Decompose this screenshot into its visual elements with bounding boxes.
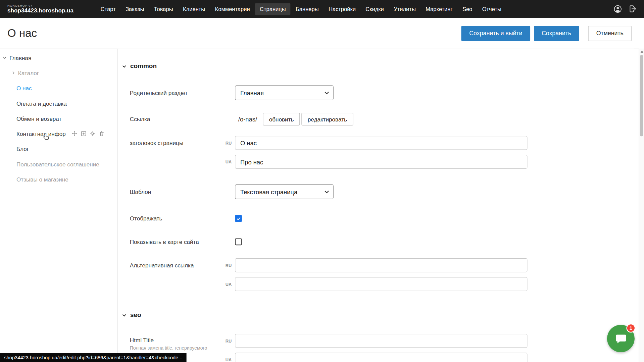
chat-unread-badge: 1	[626, 323, 635, 332]
scroll-up-arrow[interactable]	[640, 51, 644, 53]
link-status-bar: shop34423.horoshop.ua/edit/edit.php?id=6…	[0, 353, 187, 362]
alt-link-ua-input[interactable]	[235, 277, 527, 291]
cancel-button[interactable]: Отменить	[588, 25, 632, 41]
row-page-title-ru: заголовок страницы RU	[118, 136, 634, 150]
nav-item-marketing[interactable]: Маркетинг	[421, 3, 457, 15]
sidebar-item-payment-delivery[interactable]: Оплата и доставка	[0, 96, 117, 111]
save-button[interactable]: Сохранить	[534, 25, 579, 41]
edit-link-button[interactable]: редактировать	[301, 113, 353, 125]
lang-tag-ua: UA	[217, 159, 232, 164]
field-label: Родительский раздел	[130, 90, 187, 96]
nav-item-reports[interactable]: Отчеты	[478, 3, 506, 15]
row-display: Отображать	[118, 211, 634, 225]
save-and-exit-button[interactable]: Сохранить и выйти	[461, 25, 530, 41]
select-value: Текстовая страница	[240, 188, 297, 195]
header-buttons: Сохранить и выйти Сохранить Отменить	[461, 25, 632, 41]
sidebar-item-blog[interactable]: Блог	[0, 141, 117, 156]
checkmark-icon	[236, 216, 241, 221]
nav-item-orders[interactable]: Заказы	[121, 3, 149, 15]
nav-item-banners[interactable]: Баннеры	[291, 3, 323, 15]
sidebar-item-contact-info[interactable]: Контактная инфор	[0, 126, 117, 141]
field-label: Ссылка	[130, 116, 150, 122]
row-page-title-ua: UA	[118, 155, 634, 169]
nav-item-pages[interactable]: Страницы	[255, 3, 291, 15]
chevron-down-icon	[325, 190, 329, 193]
section-seo-toggle[interactable]: seo	[121, 311, 141, 319]
row-template: Шаблон Текстовая страница	[118, 185, 634, 199]
html-title-ru-input[interactable]	[235, 334, 527, 348]
lang-tag-ru: RU	[217, 338, 232, 343]
sidebar-item-about[interactable]: О нас	[0, 81, 117, 96]
page-title-ru-input[interactable]	[235, 136, 527, 150]
field-label: заголовок страницы	[130, 140, 183, 146]
chat-widget-button[interactable]: 1	[607, 325, 635, 352]
section-title: common	[130, 62, 157, 70]
move-icon[interactable]	[71, 131, 78, 137]
topbar-icons	[613, 4, 637, 13]
add-subpage-icon[interactable]	[81, 131, 87, 137]
nav-item-start[interactable]: Старт	[96, 3, 120, 15]
settings-gear-icon[interactable]	[90, 131, 96, 137]
field-label: Показывать в карте сайта	[130, 239, 199, 245]
sidebar-item-home[interactable]: Главная	[0, 50, 117, 65]
nav-item-seo[interactable]: Seo	[458, 3, 477, 15]
chevron-down-icon[interactable]	[2, 55, 7, 60]
account-icon[interactable]	[613, 4, 622, 13]
delete-trash-icon[interactable]	[99, 131, 105, 137]
nav-item-clients[interactable]: Клиенты	[178, 3, 209, 15]
vertical-scrollbar[interactable]	[639, 48, 644, 362]
link-path: /o-nas/	[238, 116, 257, 123]
row-link: Ссылка /o-nas/ обновить редактировать	[118, 112, 634, 126]
page-title: О нас	[7, 27, 37, 40]
chevron-right-icon[interactable]	[11, 71, 16, 75]
sidebar-item-exchange-return[interactable]: Обмен и возврат	[0, 111, 117, 126]
row-alt-link-ru: Альтернативная ссылка RU	[118, 258, 634, 272]
lang-tag-ua: UA	[217, 282, 232, 287]
field-label: Альтернативная ссылка	[130, 262, 194, 269]
nav-item-products[interactable]: Товары	[149, 3, 178, 15]
chevron-down-icon	[325, 91, 329, 94]
chevron-down-icon	[121, 63, 127, 69]
scrollbar-thumb[interactable]	[640, 55, 643, 136]
nav-item-utilities[interactable]: Утилиты	[389, 3, 420, 15]
sidebar-item-label: Оплата и доставка	[16, 100, 67, 107]
horoshop-admin-app: HOROSHOP V4 shop34423.horoshop.ua Старт …	[0, 0, 644, 362]
chat-bubble-icon	[615, 332, 627, 345]
brand[interactable]: HOROSHOP V4 shop34423.horoshop.ua	[7, 4, 89, 14]
section-title: seo	[130, 311, 141, 319]
section-common-toggle[interactable]: common	[121, 62, 157, 70]
refresh-link-button[interactable]: обновить	[263, 113, 300, 125]
topbar: HOROSHOP V4 shop34423.horoshop.ua Старт …	[0, 0, 644, 18]
sidebar-item-label: Главная	[9, 54, 31, 61]
display-checkbox[interactable]	[235, 215, 242, 222]
logout-icon[interactable]	[629, 4, 638, 13]
sidebar-item-label: О нас	[16, 85, 32, 92]
sidebar-item-user-agreement[interactable]: Пользовательское соглашение	[0, 156, 117, 171]
row-alt-link-ua: UA	[118, 277, 634, 291]
parent-section-select[interactable]: Главная	[235, 86, 334, 100]
sidebar-item-label: Контактная инфор	[16, 131, 66, 137]
nav-item-discounts[interactable]: Скидки	[361, 3, 388, 15]
nav-item-comments[interactable]: Комментарии	[210, 3, 254, 15]
sidebar-item-label: Обмен и возврат	[16, 115, 61, 122]
row-html-title-ru: RU	[118, 334, 634, 348]
row-parent-section: Родительский раздел Главная	[118, 86, 634, 100]
html-title-ua-input[interactable]	[235, 353, 527, 362]
chevron-down-icon	[121, 312, 127, 318]
sitemap-checkbox[interactable]	[235, 238, 242, 245]
template-select[interactable]: Текстовая страница	[235, 185, 334, 199]
sidebar-item-store-reviews[interactable]: Отзывы о магазине	[0, 172, 117, 187]
nav-item-settings[interactable]: Настройки	[324, 3, 360, 15]
lang-tag-ua: UA	[217, 357, 232, 362]
sidebar-item-label: Каталог	[18, 69, 39, 76]
row-sitemap: Показывать в карте сайта	[118, 235, 634, 249]
brand-domain: shop34423.horoshop.ua	[7, 8, 89, 14]
tree-item-actions	[71, 131, 105, 137]
pages-tree-sidebar: Главная Каталог О нас Оплата и доставка …	[0, 49, 118, 362]
page-title-ua-input[interactable]	[235, 155, 527, 169]
sidebar-item-label: Блог	[16, 146, 29, 152]
sidebar-item-catalog[interactable]: Каталог	[0, 65, 117, 81]
sidebar-item-label: Пользовательское соглашение	[16, 161, 99, 167]
sidebar-item-label: Отзывы о магазине	[16, 176, 68, 183]
alt-link-ru-input[interactable]	[235, 258, 527, 272]
